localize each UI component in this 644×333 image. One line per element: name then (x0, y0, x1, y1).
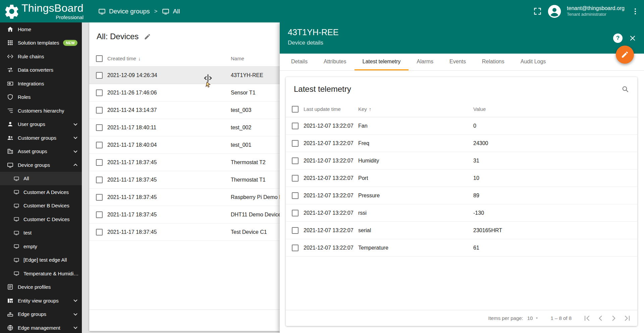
sidebar-item-icon (7, 26, 14, 33)
row-checkbox[interactable] (96, 229, 103, 236)
close-button[interactable] (629, 34, 637, 42)
device-name: Thermostat T2 (231, 159, 280, 165)
row-checkbox[interactable] (96, 159, 103, 166)
telemetry-row[interactable]: 2021-12-07 13:22:07 Pressure 89 (286, 187, 637, 204)
sidebar-item-edge-management[interactable]: Edge management (0, 321, 82, 333)
test_002[interactable]: 2021-11-17 18:40:11 test_002 (89, 119, 280, 136)
help-button[interactable]: ? (613, 34, 623, 43)
breadcrumb-item-device-groups[interactable]: Device groups (98, 7, 150, 15)
items-per-page-select[interactable]: 10 (527, 315, 539, 321)
test_001[interactable]: 2021-11-17 18:40:04 test_001 (89, 136, 280, 154)
sidebar-item-solution-templates[interactable]: Solution templates NEW (0, 36, 82, 50)
row-checkbox[interactable] (96, 142, 103, 148)
breadcrumb-item-all[interactable]: All (162, 7, 180, 15)
sidebar-item-edge-groups[interactable]: Edge groups (0, 308, 82, 321)
Raspberry Pi Demo Device[interactable]: 2021-11-17 18:37:45 Raspberry Pi Demo De… (89, 189, 280, 206)
row-checkbox[interactable] (96, 89, 103, 96)
sidebar-item-home[interactable]: Home (0, 22, 82, 36)
user-menu-button[interactable] (631, 7, 639, 15)
43T1YH-REE[interactable]: 2021-12-09 14:26:34 43T1YH-REE (89, 67, 280, 84)
sidebar-item-customer-groups[interactable]: Customer groups (0, 131, 82, 145)
telemetry-search-button[interactable] (621, 85, 629, 93)
prev-page-button[interactable] (594, 312, 607, 325)
sidebar-item-device-profiles[interactable]: Device profiles (0, 280, 82, 294)
sidebar-item-integrations[interactable]: Integrations (0, 77, 82, 90)
Thermostat T2[interactable]: 2021-11-17 18:37:45 Thermostat T2 (89, 154, 280, 171)
chevron-icon[interactable] (72, 161, 79, 169)
avatar[interactable] (547, 4, 561, 18)
app-logo[interactable]: ThingsBoard Professional (0, 3, 85, 20)
test_003[interactable]: 2021-11-24 13:14:37 test_003 (89, 102, 280, 119)
chevron-icon[interactable] (72, 297, 79, 304)
sidebar-item-temperature-humidity[interactable]: Temperature & Humidity… (0, 267, 82, 280)
edit-group-button[interactable] (144, 33, 151, 40)
row-checkbox[interactable] (292, 123, 299, 129)
sidebar-item-user-groups[interactable]: User groups (0, 118, 82, 131)
row-checkbox[interactable] (292, 227, 299, 234)
chevron-icon[interactable] (72, 121, 79, 128)
row-checkbox[interactable] (96, 124, 103, 131)
row-checkbox[interactable] (292, 210, 299, 216)
row-checkbox[interactable] (292, 192, 299, 199)
DHT11 Demo Device[interactable]: 2021-11-17 18:37:45 DHT11 Demo Device (89, 206, 280, 223)
tab-attributes[interactable]: Attributes (316, 54, 355, 70)
row-checkbox[interactable] (96, 194, 103, 201)
telemetry-row[interactable]: 2021-12-07 13:22:07 Humidity 31 (286, 152, 637, 170)
tab-latest-telemetry[interactable]: Latest telemetry (355, 54, 409, 70)
row-checkbox[interactable] (292, 157, 299, 164)
sidebar-item-rule-chains[interactable]: Rule chains (0, 50, 82, 63)
column-created-time[interactable]: Created time ↓ (107, 56, 231, 61)
row-checkbox[interactable] (292, 140, 299, 147)
Test Device C1[interactable]: 2021-11-17 18:37:45 Test Device C1 (89, 223, 280, 241)
row-checkbox[interactable] (292, 175, 299, 182)
sidebar-item-test[interactable]: test (0, 226, 82, 240)
sidebar-item-customer-b-devices[interactable]: Customer B Devices (0, 199, 82, 213)
column-name[interactable]: Name (231, 56, 280, 61)
sidebar-item-customer-c-devices[interactable]: Customer C Devices (0, 212, 82, 226)
telemetry-select-all-checkbox[interactable] (292, 106, 299, 113)
telemetry-row[interactable]: 2021-12-07 13:22:07 Freq 24300 (286, 135, 637, 152)
user-info[interactable]: tenant@thingsboard.org Tenant administra… (567, 5, 625, 18)
column-key[interactable]: Key ↑ (358, 106, 473, 112)
telemetry-row[interactable]: 2021-12-07 13:22:07 Fan 0 (286, 117, 637, 135)
tab-alarms[interactable]: Alarms (409, 54, 441, 70)
row-checkbox[interactable] (292, 245, 299, 251)
telemetry-time: 2021-12-07 13:22:07 (304, 123, 358, 129)
sidebar-item-asset-groups[interactable]: Asset groups (0, 145, 82, 158)
sidebar-item-edge-test-edge-all[interactable]: [Edge] test edge All (0, 253, 82, 267)
tab-audit-logs[interactable]: Audit Logs (513, 54, 554, 70)
telemetry-row[interactable]: 2021-12-07 13:22:07 serial 230165HRT (286, 222, 637, 239)
select-all-checkbox[interactable] (96, 55, 103, 62)
Sensor T1[interactable]: 2021-11-26 17:46:06 Sensor T1 (89, 84, 280, 102)
chevron-icon[interactable] (72, 148, 79, 155)
fullscreen-button[interactable] (533, 7, 542, 16)
sidebar-item-customer-a-devices[interactable]: Customer A Devices (0, 185, 82, 199)
row-checkbox[interactable] (96, 72, 103, 79)
chevron-icon[interactable] (72, 324, 79, 331)
chevron-icon[interactable] (72, 134, 79, 141)
Thermostat T1[interactable]: 2021-11-17 18:37:45 Thermostat T1 (89, 171, 280, 189)
tab-details[interactable]: Details (283, 54, 316, 70)
edit-device-fab[interactable] (616, 46, 634, 64)
telemetry-row[interactable]: 2021-12-07 13:22:07 Temperature 61 (286, 239, 637, 257)
column-last-update-time[interactable]: Last update time (304, 106, 358, 112)
sidebar-item-device-groups[interactable]: Device groups (0, 158, 82, 172)
sidebar-item-empty[interactable]: empty (0, 240, 82, 253)
telemetry-row[interactable]: 2021-12-07 13:22:07 Port 10 (286, 170, 637, 187)
last-page-button[interactable] (621, 312, 634, 325)
first-page-button[interactable] (580, 312, 594, 325)
sidebar-item-customers-hierarchy[interactable]: Customers hierarchy (0, 104, 82, 118)
row-checkbox[interactable] (96, 107, 103, 114)
tab-relations[interactable]: Relations (474, 54, 513, 70)
next-page-button[interactable] (607, 312, 621, 325)
sidebar-item-data-converters[interactable]: Data converters (0, 63, 82, 77)
chevron-icon[interactable] (72, 311, 79, 318)
row-checkbox[interactable] (96, 211, 103, 218)
column-value[interactable]: Value (473, 106, 637, 112)
row-checkbox[interactable] (96, 177, 103, 183)
tab-events[interactable]: Events (441, 54, 474, 70)
sidebar-item-entity-view-groups[interactable]: Entity view groups (0, 294, 82, 308)
sidebar-item-roles[interactable]: Roles (0, 90, 82, 104)
sidebar-item-all[interactable]: All (0, 172, 82, 186)
telemetry-row[interactable]: 2021-12-07 13:22:07 rssi -130 (286, 204, 637, 222)
